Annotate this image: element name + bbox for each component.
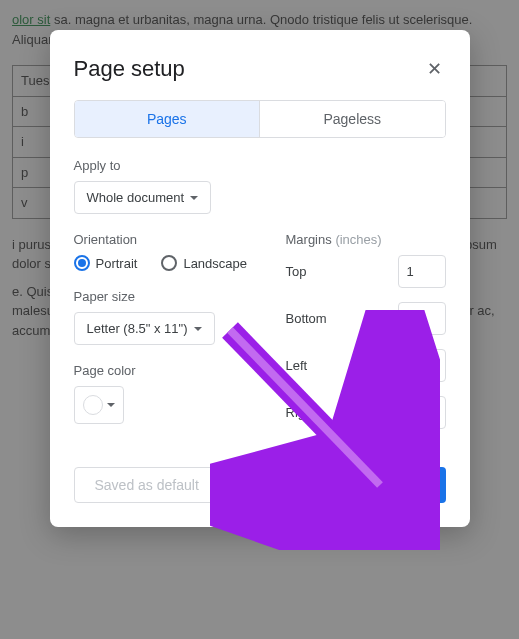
- apply-to-dropdown[interactable]: Whole document: [74, 181, 212, 214]
- apply-to-value: Whole document: [87, 190, 185, 205]
- portrait-label: Portrait: [96, 256, 138, 271]
- page-color-dropdown[interactable]: [74, 386, 124, 424]
- close-icon: ✕: [427, 59, 442, 79]
- apply-to-label: Apply to: [74, 158, 446, 173]
- margin-left-input[interactable]: [398, 349, 446, 382]
- close-button[interactable]: ✕: [423, 54, 446, 84]
- orientation-label: Orientation: [74, 232, 266, 247]
- margin-left-label: Left: [286, 358, 308, 373]
- set-default-button[interactable]: Saved as default: [74, 467, 220, 503]
- caret-down-icon: [107, 403, 115, 407]
- cancel-button[interactable]: Cancel: [290, 467, 376, 503]
- margin-bottom-label: Bottom: [286, 311, 327, 326]
- landscape-label: Landscape: [183, 256, 247, 271]
- tab-pages[interactable]: Pages: [75, 101, 260, 137]
- margin-right-input[interactable]: [398, 396, 446, 429]
- radio-unselected-icon: [161, 255, 177, 271]
- page-setup-dialog: Page setup ✕ Pages Pageless Apply to Who…: [50, 30, 470, 527]
- tab-pageless[interactable]: Pageless: [259, 101, 445, 137]
- caret-down-icon: [190, 196, 198, 200]
- margin-top-input[interactable]: [398, 255, 446, 288]
- margin-bottom-input[interactable]: [398, 302, 446, 335]
- color-swatch-icon: [83, 395, 103, 415]
- paper-size-dropdown[interactable]: Letter (8.5" x 11"): [74, 312, 215, 345]
- radio-selected-icon: [74, 255, 90, 271]
- margin-right-label: Right: [286, 405, 316, 420]
- caret-down-icon: [194, 327, 202, 331]
- margin-top-label: Top: [286, 264, 307, 279]
- radio-portrait[interactable]: Portrait: [74, 255, 138, 271]
- dialog-title: Page setup: [74, 56, 185, 82]
- margins-label: Margins (inches): [286, 232, 446, 247]
- tabs: Pages Pageless: [74, 100, 446, 138]
- radio-landscape[interactable]: Landscape: [161, 255, 247, 271]
- ok-button[interactable]: OK: [385, 467, 445, 503]
- paper-size-value: Letter (8.5" x 11"): [87, 321, 188, 336]
- paper-size-label: Paper size: [74, 289, 266, 304]
- page-color-label: Page color: [74, 363, 266, 378]
